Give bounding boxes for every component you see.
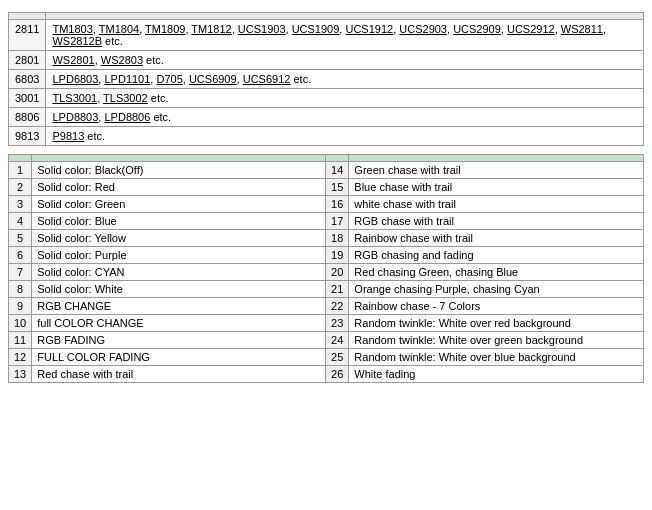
seq-no-cell: 13	[9, 366, 32, 383]
seq-header-no2	[326, 155, 349, 162]
ic-compatible-cell: LPD8803, LPD8806 etc.	[46, 108, 644, 127]
seq-no-cell: 1	[9, 162, 32, 179]
ic-name: LPD8803	[52, 111, 98, 123]
seq-no-cell: 9	[9, 298, 32, 315]
seq-desc-cell: Solid color: Purple	[32, 247, 326, 264]
seq-table-row: 9RGB CHANGE22Rainbow chase - 7 Colors	[9, 298, 644, 315]
seq-desc-cell: RGB CHANGE	[32, 298, 326, 315]
seq-desc-cell: RGB chase with trail	[349, 213, 644, 230]
ic-name: LPD1101	[104, 73, 150, 85]
ic-name: UCS2909	[453, 23, 501, 35]
seq-table-row: 13Red chase with trail26White fading	[9, 366, 644, 383]
seq-table: 1Solid color: Black(Off)14Green chase wi…	[8, 154, 644, 383]
ic-name: WS2801	[52, 54, 94, 66]
ic-table-row: 6803LPD6803, LPD1101, D705, UCS6909, UCS…	[9, 70, 644, 89]
seq-no-cell: 12	[9, 349, 32, 366]
seq-desc-cell: Random twinkle: White over blue backgrou…	[349, 349, 644, 366]
ic-name: P9813	[52, 130, 84, 142]
seq-no-cell: 22	[326, 298, 349, 315]
seq-desc-cell: Rainbow chase with trail	[349, 230, 644, 247]
seq-desc-cell: RGB chasing and fading	[349, 247, 644, 264]
ic-name: UCS2912	[507, 23, 555, 35]
seq-no-cell: 6	[9, 247, 32, 264]
seq-desc-cell: Solid color: Blue	[32, 213, 326, 230]
seq-table-row: 2Solid color: Red15Blue chase with trail	[9, 179, 644, 196]
seq-no-cell: 7	[9, 264, 32, 281]
ic-name: LPD8806	[104, 111, 150, 123]
seq-table-row: 10full COLOR CHANGE23Random twinkle: Whi…	[9, 315, 644, 332]
ic-type-cell: 2801	[9, 51, 46, 70]
ic-name: WS2803	[101, 54, 143, 66]
seq-desc-cell: Red chasing Green, chasing Blue	[349, 264, 644, 281]
ic-header-compatible	[46, 13, 644, 20]
ic-table-row: 3001TLS3001, TLS3002 etc.	[9, 89, 644, 108]
ic-name: UCS1912	[345, 23, 393, 35]
seq-desc-cell: Solid color: Black(Off)	[32, 162, 326, 179]
seq-desc-cell: RGB FADING	[32, 332, 326, 349]
seq-no-cell: 16	[326, 196, 349, 213]
seq-header-seq2	[349, 155, 644, 162]
seq-desc-cell: White fading	[349, 366, 644, 383]
seq-no-cell: 24	[326, 332, 349, 349]
ic-table: 2811TM1803, TM1804, TM1809, TM1812, UCS1…	[8, 12, 644, 146]
seq-desc-cell: Solid color: Red	[32, 179, 326, 196]
seq-no-cell: 23	[326, 315, 349, 332]
ic-compatible-cell: WS2801, WS2803 etc.	[46, 51, 644, 70]
seq-table-row: 11RGB FADING24Random twinkle: White over…	[9, 332, 644, 349]
seq-desc-cell: white chase with trail	[349, 196, 644, 213]
ic-name: TLS3001	[52, 92, 97, 104]
seq-no-cell: 2	[9, 179, 32, 196]
seq-desc-cell: Rainbow chase - 7 Colors	[349, 298, 644, 315]
seq-table-row: 6Solid color: Purple19RGB chasing and fa…	[9, 247, 644, 264]
ic-compatible-cell: TM1803, TM1804, TM1809, TM1812, UCS1903,…	[46, 20, 644, 51]
seq-table-row: 4Solid color: Blue17RGB chase with trail	[9, 213, 644, 230]
ic-table-row: 8806LPD8803, LPD8806 etc.	[9, 108, 644, 127]
seq-no-cell: 18	[326, 230, 349, 247]
ic-table-row: 9813P9813 etc.	[9, 127, 644, 146]
ic-name: UCS6909	[189, 73, 237, 85]
seq-header-no1	[9, 155, 32, 162]
seq-no-cell: 21	[326, 281, 349, 298]
seq-no-cell: 8	[9, 281, 32, 298]
ic-compatible-cell: TLS3001, TLS3002 etc.	[46, 89, 644, 108]
seq-desc-cell: Orange chasing Purple, chasing Cyan	[349, 281, 644, 298]
seq-table-row: 12FULL COLOR FADING25Random twinkle: Whi…	[9, 349, 644, 366]
ic-name: TM1809	[145, 23, 185, 35]
seq-no-cell: 15	[326, 179, 349, 196]
seq-no-cell: 20	[326, 264, 349, 281]
ic-table-row: 2811TM1803, TM1804, TM1809, TM1812, UCS1…	[9, 20, 644, 51]
seq-desc-cell: full COLOR CHANGE	[32, 315, 326, 332]
seq-table-row: 8Solid color: White21Orange chasing Purp…	[9, 281, 644, 298]
seq-desc-cell: Solid color: Yellow	[32, 230, 326, 247]
seq-desc-cell: Random twinkle: White over red backgroun…	[349, 315, 644, 332]
ic-name: D705	[156, 73, 182, 85]
seq-no-cell: 19	[326, 247, 349, 264]
ic-type-cell: 2811	[9, 20, 46, 51]
seq-table-row: 5Solid color: Yellow18Rainbow chase with…	[9, 230, 644, 247]
ic-type-cell: 6803	[9, 70, 46, 89]
seq-desc-cell: Solid color: Green	[32, 196, 326, 213]
seq-desc-cell: Solid color: CYAN	[32, 264, 326, 281]
seq-header-seq1	[32, 155, 326, 162]
seq-desc-cell: Solid color: White	[32, 281, 326, 298]
ic-name: WS2811	[561, 23, 603, 35]
ic-name: UCS2903	[399, 23, 447, 35]
seq-desc-cell: FULL COLOR FADING	[32, 349, 326, 366]
seq-no-cell: 26	[326, 366, 349, 383]
ic-name: TM1804	[99, 23, 139, 35]
ic-compatible-cell: LPD6803, LPD1101, D705, UCS6909, UCS6912…	[46, 70, 644, 89]
ic-table-row: 2801WS2801, WS2803 etc.	[9, 51, 644, 70]
ic-compatible-cell: P9813 etc.	[46, 127, 644, 146]
ic-type-cell: 9813	[9, 127, 46, 146]
seq-desc-cell: Blue chase with trail	[349, 179, 644, 196]
ic-name: TLS3002	[103, 92, 148, 104]
ic-type-cell: 8806	[9, 108, 46, 127]
seq-desc-cell: Green chase with trail	[349, 162, 644, 179]
ic-name: UCS1909	[292, 23, 340, 35]
seq-no-cell: 5	[9, 230, 32, 247]
ic-name: TM1812	[191, 23, 231, 35]
seq-no-cell: 3	[9, 196, 32, 213]
seq-table-row: 3Solid color: Green16white chase with tr…	[9, 196, 644, 213]
seq-table-row: 7Solid color: CYAN20Red chasing Green, c…	[9, 264, 644, 281]
ic-type-cell: 3001	[9, 89, 46, 108]
